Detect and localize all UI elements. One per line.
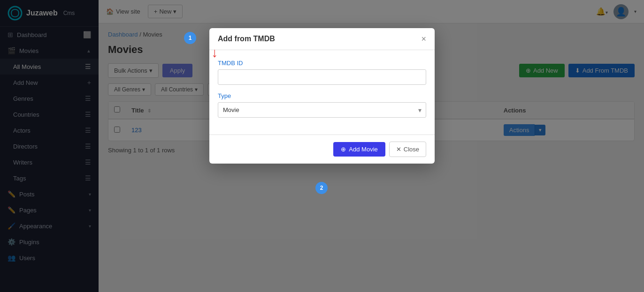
add-movie-label: Add Movie [349, 146, 377, 153]
modal-close-button[interactable]: × [421, 35, 426, 43]
close-modal-x-icon: ✕ [396, 146, 401, 153]
tmdb-id-input[interactable] [218, 69, 426, 85]
add-from-tmdb-modal: Add from TMDB × TMDB ID Type Movie TV Sh… [209, 28, 435, 164]
step1-arrow: ↑ [211, 47, 218, 62]
modal-overlay: 1 Add from TMDB × TMDB ID Type Movie TV … [0, 0, 644, 292]
type-label: Type [218, 92, 426, 99]
type-select-wrapper: Movie TV Show [218, 102, 426, 118]
close-modal-button[interactable]: ✕ Close [389, 142, 426, 157]
type-select[interactable]: Movie TV Show [218, 102, 426, 118]
step-1-indicator: 1 [184, 32, 196, 44]
tmdb-id-label: TMDB ID [218, 60, 426, 67]
add-movie-button[interactable]: ⊕ Add Movie [333, 142, 385, 157]
add-movie-plus-icon: ⊕ [341, 146, 346, 153]
tmdb-id-group: TMDB ID [218, 60, 426, 85]
modal-body: TMDB ID Type Movie TV Show [209, 50, 435, 135]
modal-header: Add from TMDB × [209, 28, 435, 50]
step-2-indicator: 2 [315, 182, 328, 194]
modal-title: Add from TMDB [218, 35, 275, 43]
modal-footer: ⊕ Add Movie ✕ Close [209, 135, 435, 164]
close-modal-label: Close [404, 146, 419, 153]
type-group: Type Movie TV Show [218, 92, 426, 118]
